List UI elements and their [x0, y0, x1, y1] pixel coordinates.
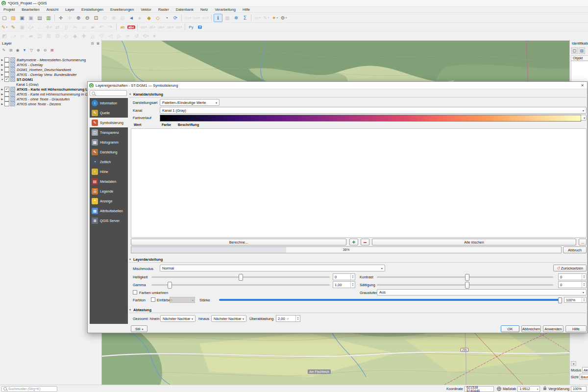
dialog-close-icon[interactable]: ✕: [581, 83, 584, 88]
collapse-all-icon[interactable]: ⊖: [42, 47, 48, 53]
berechne-button[interactable]: Berechne...: [131, 239, 346, 245]
zuruecksetzen-button[interactable]: ↺ Zurücksetzen: [553, 265, 587, 271]
section-layerdarstellung[interactable]: ▼ Layerdarstellung: [129, 256, 587, 263]
layer-visibility-checkbox[interactable]: [4, 67, 9, 72]
temporal-controller-icon[interactable]: ◔: [163, 14, 171, 22]
advanced-options-button[interactable]: ...: [579, 239, 587, 245]
ok-button[interactable]: OK: [501, 325, 519, 332]
add-value-button[interactable]: ✚: [349, 239, 358, 245]
gamma-slider[interactable]: [151, 281, 330, 288]
sidebar-item-qgis-server[interactable]: ≣QGIS Server: [90, 216, 128, 225]
layer-visibility-checkbox[interactable]: [4, 72, 9, 77]
layer-name[interactable]: ATKIS - ohne Texte - Graustufen: [17, 97, 70, 101]
menu-vektor[interactable]: Vektor: [137, 7, 154, 12]
sidebar-item-darstellung[interactable]: ✎Darstellung: [90, 147, 128, 157]
layer-visibility-checkbox[interactable]: [4, 101, 9, 106]
statistics-icon[interactable]: Σ: [241, 14, 249, 22]
zoom-in-icon[interactable]: ⊕: [74, 14, 82, 22]
section-abtastung[interactable]: ▼ Abtastung: [129, 307, 587, 313]
menu-hilfe[interactable]: Hilfe: [239, 7, 253, 12]
panel-float-icon[interactable]: ⊟: [91, 42, 94, 45]
menu-layer[interactable]: Layer: [62, 7, 78, 12]
dialog-titlebar[interactable]: Q Layereigenschaften - ST-DGM1 — Symboli…: [88, 82, 587, 89]
sidebar-item-information[interactable]: iInformation: [90, 98, 128, 108]
layer-tree-item[interactable]: ▶ATKIS - Overlay Verw. Bundesländer: [0, 72, 101, 77]
decoration-icon[interactable]: ✦▾: [271, 14, 279, 22]
graustufen-select[interactable]: Aus ▾: [377, 289, 587, 295]
section-kanaldarstellung[interactable]: ▼ Kanaldarstellung: [129, 91, 587, 98]
col-header-beschriftung[interactable]: Beschriftung: [178, 123, 199, 126]
sidebar-item-histogramm[interactable]: ▦Histogramm: [90, 137, 128, 147]
filter-legend-icon[interactable]: ▼: [22, 47, 27, 53]
alle-loeschen-button[interactable]: Alle löschen: [372, 239, 576, 245]
identify-results-list[interactable]: [571, 61, 588, 83]
anwenden-button[interactable]: Anwenden: [543, 325, 564, 332]
saettigung-slider[interactable]: [377, 281, 553, 288]
remove-layer-icon[interactable]: ⊠: [49, 47, 55, 53]
color-ramp-menu-button[interactable]: ▾: [581, 115, 587, 121]
sidebar-item-transparenz[interactable]: ◫Transparenz: [90, 127, 128, 137]
layer-tree-item[interactable]: ▼✓ST-DGM1: [0, 77, 101, 82]
vergroesserung-input[interactable]: 100%: [571, 386, 587, 392]
kontrast-slider[interactable]: [377, 273, 553, 280]
panel-close-icon[interactable]: ⊠: [97, 42, 99, 45]
clear-icon[interactable]: ↺: [287, 317, 289, 320]
python-console-icon[interactable]: Py: [187, 24, 195, 31]
hilfe-button[interactable]: Hilfe: [565, 325, 587, 332]
zoom-last-icon[interactable]: ◄: [127, 14, 135, 22]
identify-expand-icon[interactable]: ▢: [571, 48, 578, 54]
sidebar-item-symbolisierung[interactable]: ✎Symbolisierung: [90, 118, 128, 127]
menu-raster[interactable]: Raster: [155, 7, 172, 12]
layer-tree-item[interactable]: ▶ATKIS - Karte mit Höhenschummerung in G…: [0, 92, 101, 97]
current-edits-icon[interactable]: ✎▾: [0, 24, 8, 31]
layer-tree-item[interactable]: ▶ATKIS - Overlay: [0, 62, 101, 67]
layer-name[interactable]: DGM1_Hoehen_Deutschlandweit: [17, 68, 71, 72]
color-ramp-bar[interactable]: [160, 115, 581, 122]
massstab-select[interactable]: 1:9512 ▾: [517, 386, 540, 392]
toggle-editing-icon[interactable]: ✎: [9, 24, 17, 31]
layer-tree-item[interactable]: ▶✓ATKIS - Karte mit Höhenschummerung Lay…: [0, 87, 101, 92]
layer-tree-child[interactable]: Kanal 1 (Gray): [0, 82, 101, 87]
identify-features-icon[interactable]: ℹ: [214, 14, 222, 22]
zoom-full-icon[interactable]: ⊡: [92, 14, 100, 22]
expand-arrow-icon[interactable]: ▶: [0, 63, 4, 66]
sidebar-item-quelle[interactable]: ✎Quelle: [90, 108, 128, 118]
identify-modus-select[interactable]: Akt: [582, 367, 588, 373]
show-bookmarks-icon[interactable]: ◇: [154, 14, 162, 22]
help-icon[interactable]: ?: [196, 24, 204, 31]
kontrast-spinbox[interactable]: 0 ▲▼: [558, 273, 587, 280]
staerke-spinbox[interactable]: 100% ▲▼: [564, 297, 587, 303]
layer-tree-item[interactable]: ▶ATKIS ohne Texte - Dezent: [0, 101, 101, 106]
layer-visibility-checkbox[interactable]: [4, 92, 9, 97]
menu-einstellungen[interactable]: Einstellungen: [78, 7, 107, 12]
refresh-map-icon[interactable]: ⟳: [172, 14, 179, 22]
ueberabtastung-spinbox[interactable]: 2,00 ↺ ▲▼: [276, 315, 300, 322]
helligkeit-slider[interactable]: [151, 273, 330, 280]
stil-button[interactable]: Stil ▾: [131, 325, 147, 332]
helligkeit-spinbox[interactable]: 0 ▲▼: [333, 273, 355, 280]
sidebar-item-h-he[interactable]: ↑Höhe: [90, 167, 128, 176]
layer-name[interactable]: ATKIS - Karte mit Höhenschummerung in Gr…: [17, 92, 93, 97]
abbrechen-button[interactable]: Abbrechen: [521, 325, 541, 332]
hinein-select[interactable]: Nächster Nachbar ▾: [160, 315, 196, 322]
expand-arrow-icon[interactable]: ▶: [0, 68, 4, 71]
layer-name[interactable]: ATKIS ohne Texte - Dezent: [17, 102, 61, 106]
gamma-spinbox[interactable]: 1,00 ▲▼: [333, 281, 355, 288]
staerke-slider[interactable]: [219, 297, 562, 303]
layer-visibility-checkbox[interactable]: [4, 57, 9, 62]
sidebar-item-zeitlich[interactable]: ◔Zeitlich: [90, 157, 128, 167]
add-group-icon[interactable]: ⊞: [8, 47, 14, 53]
expand-arrow-icon[interactable]: ▶: [0, 102, 4, 105]
zoom-out-icon[interactable]: ⊖: [83, 14, 91, 22]
layer-styling-icon[interactable]: ✎: [1, 47, 7, 53]
label-highlight-icon[interactable]: abc: [127, 24, 135, 31]
sidebar-item-anzeige[interactable]: ❝Anzeige: [90, 196, 128, 206]
map-themes-icon[interactable]: ◉: [15, 47, 21, 53]
sidebar-item-legende[interactable]: ☰Legende: [90, 186, 128, 196]
layer-name[interactable]: ATKIS - Overlay Verw. Bundesländer: [17, 73, 77, 77]
dialog-search-input[interactable]: [90, 90, 127, 96]
save-project-icon[interactable]: ▣: [18, 14, 26, 22]
darstellungsart-select[interactable]: Paletten-/Eindeutige Werte ▾: [160, 99, 220, 106]
farben-umkehren-checkbox[interactable]: [133, 290, 137, 294]
layer-name[interactable]: ATKIS - Karte mit Höhenschummerung Layou…: [17, 87, 98, 92]
